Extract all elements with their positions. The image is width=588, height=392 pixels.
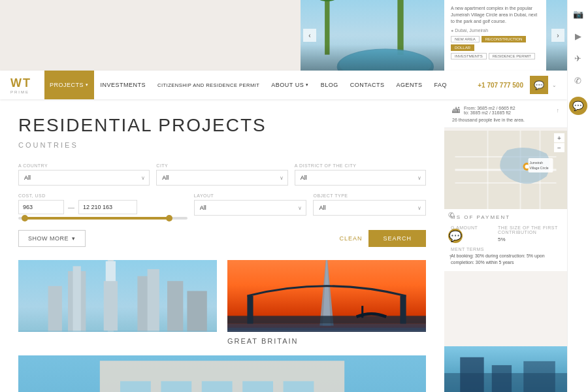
nav-item-contacts[interactable]: CONTACTS [345, 71, 390, 99]
country-select[interactable]: All [18, 170, 150, 186]
nav-item-agents[interactable]: AGENTS [391, 71, 428, 99]
svg-rect-34 [400, 296, 406, 324]
projects-row2 [18, 355, 426, 392]
price-min-input[interactable] [18, 200, 64, 214]
status-badges-row2: INVESTMENTS RESIDENCE PERMIT [451, 53, 540, 59]
map-area[interactable]: Jumeirah Village Circle + − [444, 131, 567, 209]
nav-item-blog[interactable]: BLOG [316, 71, 344, 99]
badge-dollar: DOLLAR [451, 44, 474, 51]
terms-value: At booking: 30% during construction: 5% … [451, 253, 561, 266]
svg-rect-33 [247, 296, 253, 324]
camera-icon[interactable]: 📷 [572, 8, 584, 20]
range-track [24, 217, 171, 220]
payment-title: MS OF PAYMENT [451, 214, 561, 220]
svg-rect-45 [242, 381, 273, 392]
britain-label: GREAT BRITAIN [227, 332, 426, 348]
range-thumb-left[interactable] [22, 215, 28, 221]
svg-rect-1 [325, 0, 329, 55]
layout-filter: LAYOUT All [194, 193, 307, 220]
chat-nav-button[interactable]: 💬 [530, 76, 548, 94]
price-max-input[interactable] [78, 200, 137, 214]
nav-item-projects[interactable]: PROJECTS ▾ [44, 71, 94, 99]
district-label: A DISTRICT OF THE CITY [295, 163, 426, 168]
status-badges: NEW AREA RECONSTRUCTION DOLLAR [451, 36, 540, 51]
site-logo[interactable]: WT PRIME [10, 76, 31, 94]
filters-row-1: A COUNTRY All CITY All A DISTRICT OF THE… [18, 163, 426, 186]
nav-item-citizenship[interactable]: CITIZENSHIP AND RESIDENCE PERMIT [152, 71, 265, 99]
svg-text:Jumeirah: Jumeirah [530, 161, 544, 165]
property-location: ● Dubai, Jumeirah [451, 28, 540, 33]
svg-rect-3 [397, 0, 403, 55]
play-icon[interactable]: ▶ [572, 30, 584, 42]
contribution-value: 5% [498, 236, 561, 243]
projects-dropdown-icon: ▾ [86, 82, 89, 88]
next-image-button[interactable]: › [551, 29, 564, 42]
navbar: WT PRIME PROJECTS ▾ INVESTMENTS CITIZENS… [0, 71, 567, 99]
clean-button[interactable]: CLEAN [339, 235, 362, 242]
whatsapp-icon[interactable]: ✆ [448, 211, 463, 220]
bottom-property-image [444, 346, 567, 392]
nav-item-investments[interactable]: INVESTMENTS [95, 71, 152, 99]
badge-new-area: NEW AREA [451, 36, 480, 42]
svg-rect-32 [227, 316, 426, 323]
object-type-filter: OBJECT TYPE All [313, 193, 426, 220]
stats-price-from: From: 3685 m2 / 6665 ft2 [464, 106, 515, 110]
zoom-in-button[interactable]: + [554, 133, 564, 142]
price-separator: — [68, 204, 74, 211]
right-sidebar: 📷 ▶ ✈ ✆ 💬 [567, 0, 588, 392]
city-select[interactable]: All [156, 170, 287, 186]
prev-image-button[interactable]: ‹ [303, 29, 316, 42]
logo-subtext: PRIME [10, 90, 31, 94]
building-stats-icon: 🏙 [452, 106, 460, 115]
nav-item-faq[interactable]: FAQ [429, 71, 453, 99]
object-select-wrapper: All [313, 200, 426, 216]
property-info-panel: A new apartment complex in the popular J… [444, 0, 546, 71]
nav-dropdown-arrow[interactable]: ⌄ [552, 82, 557, 88]
stats-row: 🏙 From: 3685 m2 / 6665 ft2 to: 3685 m2 /… [452, 106, 559, 115]
price-inputs: — [18, 200, 188, 214]
svg-text:Village Circle: Village Circle [530, 166, 549, 170]
cost-label: COST, USD [18, 193, 188, 198]
scroll-up-icon[interactable]: ↑ [557, 107, 560, 114]
layout-select[interactable]: All [194, 200, 307, 216]
badge-investments: INVESTMENTS [451, 53, 487, 59]
map-zoom-controls: + − [554, 133, 564, 152]
project-card-britain[interactable]: GREAT BRITAIN [227, 260, 426, 348]
payment-contribution-col: THE SIZE OF THE FIRST CONTRIBUTION 5% [498, 225, 561, 243]
object-label: OBJECT TYPE [313, 193, 426, 198]
chat-side-icon[interactable]: 💬 [448, 229, 463, 243]
object-select[interactable]: All [313, 200, 426, 216]
project-card-creat[interactable] [18, 355, 426, 392]
zoom-out-button[interactable]: − [554, 143, 564, 152]
show-more-button[interactable]: SHOW MORE ▾ [18, 230, 86, 247]
district-select[interactable]: All [295, 170, 426, 186]
district-select-wrapper: All [295, 170, 426, 186]
up-arrow-icon[interactable]: ↑ [448, 252, 463, 261]
chat-icon[interactable]: 💬 [569, 97, 587, 115]
top-property-section: ‹ › A new apartment complex in the popul… [0, 0, 567, 71]
search-button[interactable]: SEARCH [368, 230, 426, 247]
city-filter: CITY All [156, 163, 287, 186]
svg-rect-43 [161, 381, 191, 392]
city-label: CITY [156, 163, 287, 168]
badge-reconstruction: RECONSTRUCTION [482, 36, 527, 42]
phone-icon[interactable]: ✆ [572, 74, 584, 86]
stats-price-to: to: 3685 m2 / 31685 ft2 [464, 110, 515, 115]
svg-rect-20 [104, 281, 118, 331]
range-thumb-right[interactable] [166, 215, 172, 221]
about-dropdown-icon: ▾ [306, 82, 309, 88]
price-range-slider[interactable] [18, 217, 188, 220]
layout-label: LAYOUT [194, 193, 307, 198]
district-filter: A DISTRICT OF THE CITY All [295, 163, 426, 186]
telegram-icon[interactable]: ✈ [572, 52, 584, 64]
stats-population: 26 thousand people live in the area. [452, 118, 559, 122]
right-panel: 🏙 From: 3685 m2 / 6665 ft2 to: 3685 m2 /… [444, 99, 567, 392]
filter-actions: SHOW MORE ▾ CLEAN SEARCH [18, 230, 426, 247]
main-content: RESIDENTIAL PROJECTS COUNTRIES A COUNTRY… [0, 99, 444, 392]
svg-rect-26 [48, 286, 62, 332]
project-card-dubai[interactable] [18, 260, 217, 348]
nav-item-about[interactable]: ABOUT US ▾ [266, 71, 314, 99]
layout-select-wrapper: All [194, 200, 307, 216]
svg-rect-22 [73, 266, 81, 332]
phone-number[interactable]: +1 707 777 500 [478, 82, 523, 89]
